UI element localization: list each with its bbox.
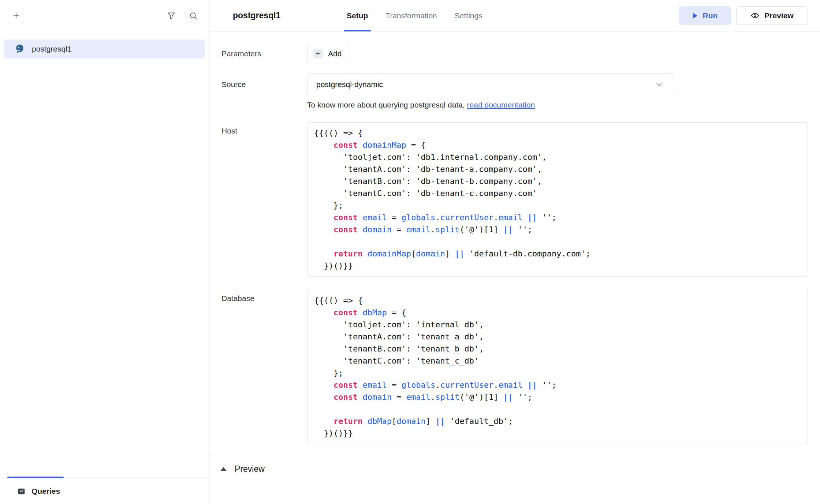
preview-section-toggle[interactable]: Preview [220, 455, 808, 474]
preview-button-label: Preview [764, 11, 793, 20]
query-list: postgresql1 [0, 31, 209, 478]
database-code-editor[interactable]: {{(() => { const dbMap = { 'tooljet.com'… [307, 290, 808, 444]
collapse-icon [220, 467, 227, 471]
query-list-item[interactable]: postgresql1 [4, 40, 205, 59]
add-parameter-button[interactable]: Add [307, 44, 350, 63]
tab-settings[interactable]: Settings [455, 0, 482, 31]
plus-icon [12, 12, 20, 20]
play-icon [692, 12, 698, 19]
source-row: Source postgresql-dynamic To know more a… [221, 74, 808, 109]
source-help-text: To know more about querying postgresql d… [307, 101, 673, 109]
parameters-row: Parameters Add [221, 44, 808, 63]
source-help-prefix: To know more about querying postgresql d… [307, 101, 467, 109]
active-tab-indicator [7, 477, 64, 478]
queries-tab[interactable]: Queries [0, 478, 209, 504]
read-documentation-link[interactable]: read documentation [467, 101, 535, 109]
editor-tabs: Setup Transformation Settings [347, 0, 482, 31]
database-label: Database [221, 290, 307, 444]
source-label: Source [221, 74, 307, 109]
tab-setup-label: Setup [347, 11, 368, 20]
source-select[interactable]: postgresql-dynamic [307, 74, 673, 95]
add-parameter-label: Add [328, 49, 342, 58]
postgresql-icon [14, 44, 25, 54]
parameters-label: Parameters [221, 44, 307, 63]
add-query-button[interactable] [8, 8, 24, 24]
run-button-label: Run [703, 11, 718, 20]
queries-tab-label: Queries [31, 487, 60, 496]
filter-icon[interactable] [167, 11, 176, 20]
host-code-editor[interactable]: {{(() => { const domainMap = { 'tooljet.… [307, 122, 808, 277]
run-button[interactable]: Run [679, 6, 731, 25]
query-list-item-label: postgresql1 [32, 45, 72, 53]
query-title: postgresql1 [233, 11, 280, 20]
query-sidebar: postgresql1 Queries [0, 0, 209, 504]
sidebar-header [0, 0, 209, 31]
tab-transformation-label: Transformation [385, 11, 437, 20]
queries-icon [17, 487, 26, 496]
setup-form: Parameters Add Source postgresql-dynamic [209, 31, 820, 474]
search-icon[interactable] [189, 11, 198, 20]
host-row: Host {{(() => { const domainMap = { 'too… [221, 122, 808, 277]
preview-button[interactable]: Preview [736, 6, 808, 25]
tab-setup[interactable]: Setup [347, 0, 368, 31]
source-field: postgresql-dynamic To know more about qu… [307, 74, 673, 109]
plus-icon [313, 49, 323, 59]
host-label: Host [221, 122, 307, 277]
tab-transformation[interactable]: Transformation [385, 0, 437, 31]
eye-icon [750, 11, 760, 20]
query-editor-header: postgresql1 Setup Transformation Setting… [209, 0, 820, 31]
chevron-down-icon [655, 80, 664, 89]
tab-settings-label: Settings [455, 11, 482, 20]
preview-section-title: Preview [235, 464, 265, 474]
query-editor-panel: postgresql1 Setup Transformation Setting… [209, 0, 820, 504]
database-row: Database {{(() => { const dbMap = { 'too… [221, 290, 808, 444]
source-select-value: postgresql-dynamic [316, 80, 383, 89]
